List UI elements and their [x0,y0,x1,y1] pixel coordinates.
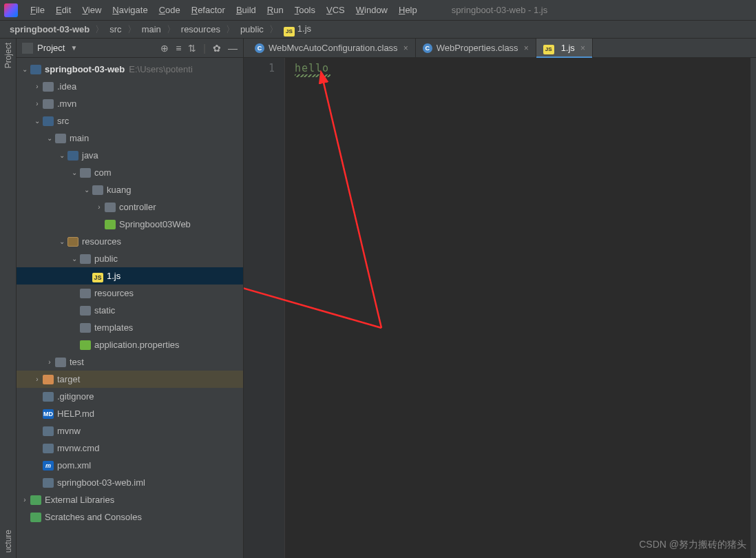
breadcrumb-item[interactable]: src [107,23,124,36]
tree-node[interactable]: ›test [17,353,243,371]
tree-node[interactable]: templates [17,319,243,336]
spellcheck-squiggle-icon [295,74,330,77]
tree-node[interactable]: springboot-03-web.iml [17,474,243,491]
chevron-down-icon: ⌄ [33,117,41,125]
project-tree[interactable]: ⌄springboot-03-webE:\Users\potenti›.idea… [17,58,243,558]
tree-label: pom.xml [57,460,91,471]
tree-node[interactable]: ⌄springboot-03-webE:\Users\potenti [17,61,243,78]
library-icon [30,495,41,505]
spring-icon [105,220,116,229]
menu-help[interactable]: Help [393,3,423,17]
tree-label: .idea [57,81,76,92]
tree-node[interactable]: ›target [17,371,243,388]
breadcrumb-item[interactable]: JS1.js [281,22,314,37]
breadcrumb-item[interactable]: springboot-03-web [7,23,92,36]
chevron-down-icon: ⌄ [70,169,78,176]
breadcrumb-item[interactable]: resources [178,23,223,36]
folder-src-icon [43,116,54,126]
project-panel-tools: ⊕ ≡ ⇅ | ✿ — [160,43,238,54]
line-number: 1 [244,62,275,74]
tree-node[interactable]: JS1.js [17,267,243,285]
file-icon [43,444,54,453]
tab-label: 1.js [561,43,575,53]
folder-icon [80,323,91,333]
menu-refactor[interactable]: Refactor [186,3,231,17]
tree-node[interactable]: mvnw.cmd [17,440,243,457]
menu-edit[interactable]: Edit [50,3,76,17]
code-area[interactable]: hello [285,58,329,558]
file-icon [43,392,54,402]
menu-code[interactable]: Code [154,3,186,17]
editor-tab[interactable]: CWebMvcAutoConfiguration.class× [248,39,416,57]
tree-node[interactable]: MDHELP.md [17,405,243,422]
menu-build[interactable]: Build [231,3,262,17]
divider: | [203,43,206,54]
tree-node[interactable]: ⌄src [17,112,243,130]
menu-vcs[interactable]: VCS [321,3,350,17]
tree-node[interactable]: ⌄main [17,130,243,147]
menu-run[interactable]: Run [262,3,289,17]
tab-label: WebMvcAutoConfiguration.class [269,43,398,53]
tree-node[interactable]: Springboot03Web [17,216,243,233]
editor-area: CWebMvcAutoConfiguration.class×CWebPrope… [244,39,756,558]
collapse-all-icon[interactable]: ⇅ [188,43,196,54]
tree-node[interactable]: ⌄public [17,250,243,267]
locate-icon[interactable]: ⊕ [160,43,169,54]
tree-node[interactable]: application.properties [17,336,243,353]
project-sidebar: Project ▼ ⊕ ≡ ⇅ | ✿ — ⌄springboot-03-web… [17,39,244,558]
project-panel-title[interactable]: Project [37,43,65,53]
tree-node[interactable]: resources [17,285,243,302]
tree-node[interactable]: ›.mvn [17,95,243,112]
close-icon[interactable]: × [580,43,585,53]
menubar: FileEditViewNavigateCodeRefactorBuildRun… [0,0,756,21]
project-tool-tab[interactable]: Project [3,43,13,68]
chevron-right-icon: › [45,358,54,366]
tree-label: application.properties [94,340,180,350]
menu-window[interactable]: Window [350,3,393,17]
tree-label: static [94,305,115,316]
chevron-right-icon: 〉 [167,23,176,36]
menu-tools[interactable]: Tools [289,3,321,17]
tree-node[interactable]: ⌄com [17,164,243,181]
tree-node[interactable]: ›External Libraries [17,491,243,508]
tree-node[interactable]: Scratches and Consoles [17,508,243,526]
folder-icon [80,306,91,316]
chevron-down-icon: ⌄ [21,65,29,73]
folder-icon [105,203,116,212]
editor-body[interactable]: 1 hello [244,58,756,558]
tree-node[interactable]: ›controller [17,198,243,216]
main-layout: Project ucture Project ▼ ⊕ ≡ ⇅ | ✿ — ⌄sp… [0,39,756,558]
tree-node[interactable]: mvnw [17,422,243,440]
tree-node[interactable]: ⌄kuang [17,181,243,198]
chevron-right-icon: 〉 [127,23,136,36]
tree-node[interactable]: ⌄resources [17,233,243,250]
menu-file[interactable]: File [25,3,50,17]
folder-icon [43,82,54,92]
dropdown-caret-icon[interactable]: ▼ [70,44,77,52]
structure-tool-tab[interactable]: ucture [3,530,13,552]
hide-icon[interactable]: — [228,43,238,54]
tree-node[interactable]: .gitignore [17,388,243,405]
editor-right-gutter [750,58,756,558]
tree-node[interactable]: mpom.xml [17,457,243,474]
tree-node[interactable]: ›.idea [17,78,243,95]
chevron-down-icon: ⌄ [58,152,66,159]
project-panel-header: Project ▼ ⊕ ≡ ⇅ | ✿ — [17,39,243,58]
close-icon[interactable]: × [524,43,529,53]
tree-label: kuang [107,185,131,195]
close-icon[interactable]: × [403,43,408,53]
menu-navigate[interactable]: Navigate [107,3,153,17]
tree-label: resources [94,288,134,298]
editor-tab[interactable]: JS1.js× [536,39,593,57]
chevron-down-icon: ⌄ [45,134,54,142]
gear-icon[interactable]: ✿ [213,43,221,54]
breadcrumb: springboot-03-web 〉 src 〉 main 〉 resourc… [0,21,756,39]
breadcrumb-item[interactable]: main [139,23,164,36]
menu-view[interactable]: View [76,3,107,17]
editor-tab[interactable]: CWebProperties.class× [416,39,536,57]
breadcrumb-item[interactable]: public [238,23,266,36]
tree-label: public [94,254,118,264]
expand-all-icon[interactable]: ≡ [176,43,181,54]
tree-node[interactable]: ⌄java [17,147,243,164]
tree-node[interactable]: static [17,302,243,319]
